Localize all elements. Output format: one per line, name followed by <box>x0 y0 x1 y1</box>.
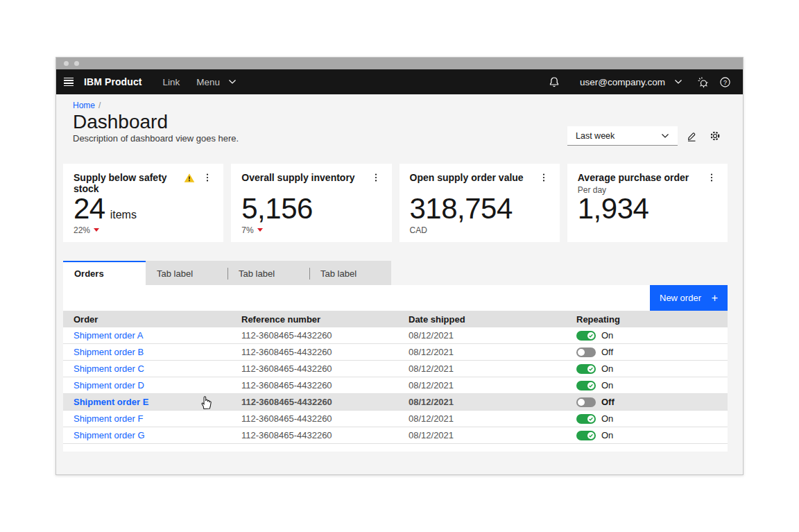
nav-item-menu[interactable]: Menu <box>196 77 237 87</box>
notification-icon[interactable] <box>543 72 565 92</box>
table-row[interactable]: Shipment order C112-3608465-443226008/12… <box>63 361 728 377</box>
card-header: Supply below safety stock <box>74 172 213 194</box>
nav-item-link[interactable]: Link <box>163 77 180 87</box>
toggle-label: On <box>601 363 613 374</box>
repeating-toggle[interactable] <box>576 414 596 424</box>
cell-order: Shipment order E <box>63 394 231 410</box>
repeating-toggle[interactable] <box>576 364 596 374</box>
card-title: Open supply order value <box>410 172 533 183</box>
breadcrumb-home-link[interactable]: Home <box>73 101 95 110</box>
metric-card: Overall supply inventory5,1567% <box>231 164 391 242</box>
metric-card: Average purchase orderPer day1,934 <box>567 164 728 242</box>
cell-repeating: On <box>566 427 728 443</box>
page-description: Description of dashboard view goes here. <box>73 133 239 144</box>
cell-reference: 112-3608465-4432260 <box>231 361 398 377</box>
order-link[interactable]: Shipment order D <box>74 380 144 391</box>
order-link[interactable]: Shipment order F <box>74 413 143 424</box>
overflow-menu-icon[interactable] <box>538 172 549 183</box>
card-delta: 22% <box>74 225 90 235</box>
cell-date: 08/12/2021 <box>398 427 566 443</box>
card-delta: 7% <box>241 225 253 235</box>
breadcrumb: Home/ <box>73 101 101 110</box>
cell-reference: 112-3608465-4432260 <box>231 377 398 393</box>
table-toolbar: New order + <box>63 285 728 311</box>
debug-icon[interactable] <box>691 72 714 92</box>
caret-down-icon <box>257 228 263 232</box>
toggle-label: On <box>601 330 613 341</box>
repeating-toggle[interactable] <box>576 397 596 407</box>
app-window: IBM Product Link Menu user@company.com <box>55 57 744 475</box>
period-select[interactable]: Last week <box>567 126 678 146</box>
user-account-menu[interactable]: user@company.com <box>580 77 682 87</box>
cell-repeating: On <box>566 377 728 393</box>
tab-label: Tab label <box>320 268 356 279</box>
order-link[interactable]: Shipment order A <box>74 330 143 341</box>
check-icon <box>588 333 594 338</box>
repeating-toggle[interactable] <box>576 431 596 440</box>
column-header: Repeating <box>566 311 728 327</box>
table-row[interactable]: Shipment order E112-3608465-443226008/12… <box>63 394 728 411</box>
table-row[interactable]: Shipment order B112-3608465-443226008/12… <box>63 344 728 361</box>
order-link[interactable]: Shipment order E <box>74 397 148 407</box>
settings-icon[interactable] <box>705 126 725 146</box>
warning-icon <box>184 173 195 183</box>
menu-icon[interactable] <box>63 76 74 87</box>
cell-date: 08/12/2021 <box>398 377 566 393</box>
repeating-toggle[interactable] <box>576 381 596 391</box>
card-value-suffix: items <box>110 209 137 221</box>
tab-label: Orders <box>74 268 104 279</box>
tab-label: Tab label <box>157 268 193 279</box>
repeating-toggle[interactable] <box>576 347 596 357</box>
tab-label-3[interactable]: Tab label <box>309 261 391 285</box>
order-link[interactable]: Shipment order C <box>74 363 144 374</box>
window-control-dot[interactable] <box>64 61 69 66</box>
check-icon <box>588 433 594 438</box>
card-footer: 22% <box>74 225 213 235</box>
chevron-down-icon <box>228 79 237 85</box>
chevron-down-icon <box>674 79 682 85</box>
card-value-number: 5,156 <box>241 195 313 223</box>
overflow-menu-icon[interactable] <box>706 172 717 183</box>
cell-repeating: On <box>566 361 728 377</box>
help-icon[interactable]: ? <box>714 72 736 92</box>
table-row[interactable]: Shipment order A112-3608465-443226008/12… <box>63 327 728 344</box>
cell-reference: 112-3608465-4432260 <box>231 427 398 443</box>
repeating-toggle[interactable] <box>576 331 596 341</box>
tab-label-1[interactable]: Tab label <box>146 261 227 285</box>
svg-text:?: ? <box>723 78 726 85</box>
overflow-menu-icon[interactable] <box>202 172 213 183</box>
card-value: 318,754 <box>410 195 549 223</box>
window-control-dot[interactable] <box>74 61 79 66</box>
order-link[interactable]: Shipment order G <box>74 430 145 440</box>
table-row[interactable]: Shipment order F112-3608465-443226008/12… <box>63 411 728 427</box>
cell-order: Shipment order A <box>63 327 231 343</box>
cell-date: 08/12/2021 <box>398 411 566 427</box>
card-value: 1,934 <box>578 195 717 223</box>
cell-date: 08/12/2021 <box>398 361 566 377</box>
cell-order: Shipment order G <box>63 427 231 443</box>
caret-down-icon <box>94 228 99 232</box>
cell-order: Shipment order B <box>63 344 231 360</box>
product-name: IBM Product <box>84 76 142 87</box>
orders-panel: New order + OrderReference numberDate sh… <box>63 285 728 452</box>
table-row[interactable]: Shipment order G112-3608465-443226008/12… <box>63 427 728 444</box>
overflow-menu-icon[interactable] <box>370 172 381 183</box>
table-row[interactable]: Shipment order D112-3608465-443226008/12… <box>63 377 728 394</box>
new-order-button[interactable]: New order + <box>650 285 728 311</box>
card-footer: 7% <box>241 225 381 235</box>
table-body: Shipment order A112-3608465-443226008/12… <box>63 327 728 444</box>
page-content: Home/ Dashboard Description of dashboard… <box>56 94 743 474</box>
card-value: 24items <box>74 195 213 223</box>
check-icon <box>588 366 594 372</box>
card-title: Supply below safety stock <box>74 172 178 194</box>
order-link[interactable]: Shipment order B <box>74 347 144 357</box>
card-title: Overall supply inventory <box>241 172 364 183</box>
new-order-label: New order <box>660 293 701 303</box>
window-titlebar <box>56 58 743 69</box>
toggle-knob <box>578 349 585 356</box>
card-footer <box>578 225 717 235</box>
tab-label-2[interactable]: Tab label <box>227 261 309 285</box>
cell-repeating: On <box>566 327 728 343</box>
tab-orders[interactable]: Orders <box>63 261 146 285</box>
edit-icon[interactable] <box>682 126 701 146</box>
